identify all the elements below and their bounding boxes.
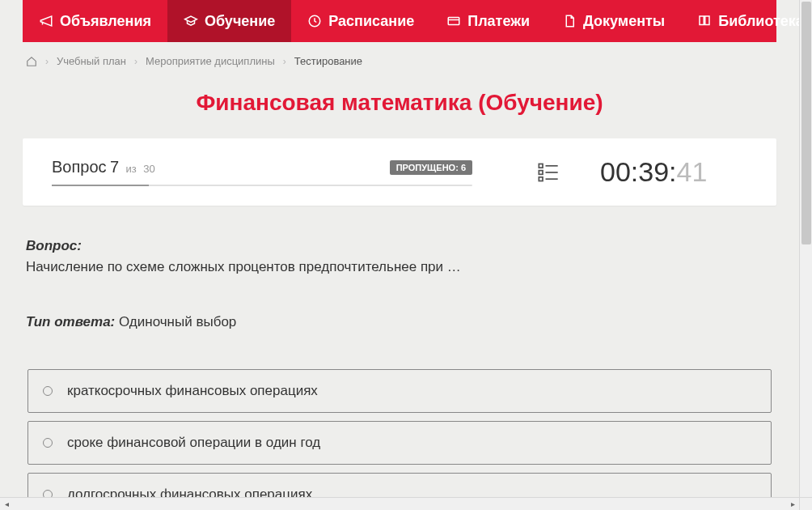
timer-seconds: 41	[677, 156, 708, 187]
progress-bar	[52, 185, 472, 186]
education-icon	[184, 14, 198, 28]
skipped-count: 6	[461, 163, 466, 172]
question-label: Вопрос	[52, 158, 107, 176]
breadcrumb-current: Тестирование	[294, 55, 362, 67]
nav-label: Документы	[583, 13, 665, 30]
nav-item-library[interactable]: Библиотека ▾	[681, 0, 799, 42]
progress-fill	[52, 185, 149, 186]
question-header: Вопрос 7 из 30 ПРОПУЩЕНО: 6	[52, 158, 472, 176]
answer-type-label: Тип ответа:	[26, 314, 115, 329]
radio-icon[interactable]	[43, 490, 53, 497]
nav-label: Платежи	[467, 13, 530, 30]
question-progress: Вопрос 7 из 30 ПРОПУЩЕНО: 6	[52, 158, 472, 186]
timer-main: 00:39:	[600, 156, 677, 187]
breadcrumb-item[interactable]: Мероприятие дисциплины	[146, 55, 275, 67]
chevron-right-icon: ›	[283, 56, 286, 67]
nav-label: Объявления	[60, 13, 151, 30]
megaphone-icon	[39, 14, 53, 28]
home-icon[interactable]	[26, 56, 37, 67]
nav-item-documents[interactable]: Документы	[546, 0, 681, 42]
scrollbar-corner	[799, 497, 812, 510]
answer-text: сроке финансовой операции в один год	[67, 435, 320, 451]
answer-type: Тип ответа: Одиночный выбор	[26, 314, 773, 330]
nav-label: Расписание	[328, 13, 414, 30]
answer-option[interactable]: краткосрочных финансовых операциях	[27, 369, 772, 413]
answer-text: долгосрочных финансовых операциях	[67, 487, 312, 497]
content-wrapper: Объявления Обучение Расписание Платежи	[0, 0, 799, 497]
question-grid-button[interactable]	[472, 161, 600, 184]
breadcrumb: › Учебный план › Мероприятие дисциплины …	[23, 42, 776, 74]
breadcrumb-item[interactable]: Учебный план	[57, 55, 126, 67]
main-viewport: Объявления Обучение Расписание Платежи	[0, 0, 799, 497]
status-bar: Вопрос 7 из 30 ПРОПУЩЕНО: 6	[23, 138, 776, 206]
answer-text: краткосрочных финансовых операциях	[67, 383, 318, 399]
page-title: Финансовая математика (Обучение)	[23, 90, 776, 116]
answer-option[interactable]: сроке финансовой операции в один год	[27, 421, 772, 465]
question-block: Вопрос: Начисление по схеме сложных проц…	[23, 238, 776, 330]
question-number-block: Вопрос 7 из 30	[52, 158, 155, 176]
answers-list: краткосрочных финансовых операциях сроке…	[23, 369, 776, 497]
question-label-heading: Вопрос:	[26, 238, 773, 254]
scroll-right-button[interactable]: ▸	[786, 498, 799, 511]
chevron-right-icon: ›	[45, 56, 49, 67]
scroll-left-button[interactable]: ◂	[0, 498, 13, 511]
skipped-badge: ПРОПУЩЕНО: 6	[390, 160, 472, 175]
skipped-label: ПРОПУЩЕНО:	[396, 163, 459, 172]
vertical-scrollbar[interactable]	[799, 0, 812, 497]
question-number: 7	[110, 158, 119, 176]
clock-icon	[307, 14, 322, 28]
nav-label: Обучение	[205, 13, 275, 30]
svg-rect-1	[448, 18, 459, 25]
payments-icon	[446, 14, 461, 28]
svg-rect-2	[539, 164, 543, 168]
nav-item-education[interactable]: Обучение	[167, 0, 291, 42]
nav-label: Библиотека	[718, 13, 799, 30]
library-icon	[697, 14, 712, 28]
grid-list-icon	[537, 161, 560, 184]
radio-icon[interactable]	[43, 438, 53, 448]
radio-icon[interactable]	[43, 386, 53, 396]
document-icon	[562, 14, 577, 28]
nav-item-payments[interactable]: Платежи	[430, 0, 546, 42]
svg-rect-4	[539, 170, 543, 174]
scrollbar-thumb[interactable]	[801, 2, 811, 244]
svg-rect-6	[539, 176, 543, 181]
answer-type-value: Одиночный выбор	[119, 314, 236, 329]
nav-item-announcements[interactable]: Объявления	[23, 0, 167, 42]
horizontal-scrollbar[interactable]: ◂ ▸	[0, 497, 799, 510]
chevron-right-icon: ›	[134, 56, 137, 67]
question-total: 30	[143, 163, 154, 175]
answer-option[interactable]: долгосрочных финансовых операциях	[27, 473, 772, 497]
main-navbar: Объявления Обучение Расписание Платежи	[23, 0, 776, 42]
question-total-prefix: из	[126, 163, 137, 175]
question-text: Начисление по схеме сложных процентов пр…	[26, 259, 773, 275]
nav-item-schedule[interactable]: Расписание	[291, 0, 430, 42]
timer: 00:39:41	[600, 156, 707, 188]
